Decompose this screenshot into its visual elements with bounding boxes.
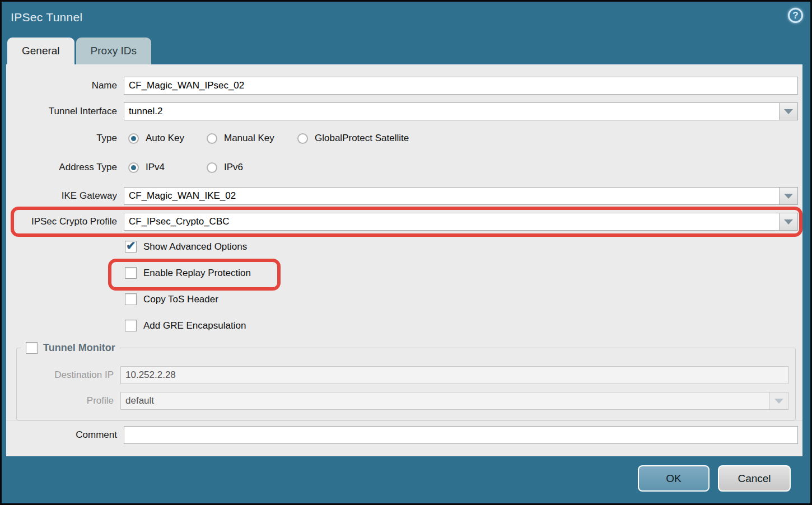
show-advanced-options-checkbox[interactable] xyxy=(125,241,137,252)
copy-tos-header-label: Copy ToS Header xyxy=(143,294,218,305)
copy-tos-header-checkbox[interactable] xyxy=(125,293,137,305)
radio-ipv4[interactable] xyxy=(128,162,139,173)
add-gre-encapsulation-label: Add GRE Encapsulation xyxy=(143,320,246,331)
ipsec-crypto-profile-row: IPSec Crypto Profile xyxy=(6,213,802,231)
ipsec-crypto-profile-label: IPSec Crypto Profile xyxy=(6,216,124,227)
name-label: Name xyxy=(6,80,124,91)
tunnel-interface-row: Tunnel Interface xyxy=(6,102,802,120)
enable-replay-protection-row[interactable]: Enable Replay Protection xyxy=(125,267,251,279)
add-gre-encapsulation-row[interactable]: Add GRE Encapsulation xyxy=(125,320,246,331)
profile-row: Profile xyxy=(17,392,795,410)
globalprotect-satellite-label: GlobalProtect Satellite xyxy=(315,133,409,144)
tab-general[interactable]: General xyxy=(7,38,74,64)
cancel-button[interactable]: Cancel xyxy=(718,465,791,492)
general-tab-panel: Name Tunnel Interface Type xyxy=(6,64,802,456)
ike-gateway-label: IKE Gateway xyxy=(6,190,124,202)
help-icon[interactable]: ? xyxy=(788,8,803,23)
radio-ipv6[interactable] xyxy=(207,162,217,173)
address-type-row: Address Type IPv4 IPv6 xyxy=(6,160,802,175)
name-input[interactable] xyxy=(124,77,798,95)
destination-ip-input xyxy=(120,366,788,384)
chevron-down-icon xyxy=(784,219,793,225)
tunnel-monitor-legend: Tunnel Monitor xyxy=(21,342,120,354)
chevron-down-icon xyxy=(784,194,793,199)
tunnel-monitor-section: Tunnel Monitor Destination IP Profile xyxy=(16,342,796,420)
profile-dropdown-button xyxy=(769,392,788,409)
copy-tos-header-row[interactable]: Copy ToS Header xyxy=(125,293,218,305)
type-option-auto-key[interactable]: Auto Key xyxy=(128,130,184,146)
ike-gateway-row: IKE Gateway xyxy=(6,187,802,205)
address-type-option-ipv6[interactable]: IPv6 xyxy=(207,160,243,175)
tunnel-monitor-checkbox[interactable] xyxy=(26,342,38,354)
radio-auto-key[interactable] xyxy=(128,133,139,144)
manual-key-label: Manual Key xyxy=(224,133,274,144)
radio-globalprotect-satellite[interactable] xyxy=(297,133,308,144)
chevron-down-icon xyxy=(774,399,783,404)
ok-button[interactable]: OK xyxy=(638,465,710,492)
radio-manual-key[interactable] xyxy=(207,133,217,144)
destination-ip-row: Destination IP xyxy=(17,366,795,384)
name-row: Name xyxy=(6,77,802,95)
type-label: Type xyxy=(6,133,124,144)
type-option-globalprotect-satellite[interactable]: GlobalProtect Satellite xyxy=(297,130,409,146)
chevron-down-icon xyxy=(784,109,793,114)
ipv6-label: IPv6 xyxy=(224,162,243,173)
ike-gateway-input[interactable] xyxy=(124,188,779,204)
address-type-label: Address Type xyxy=(6,162,124,173)
tunnel-interface-label: Tunnel Interface xyxy=(6,106,124,117)
address-type-option-ipv4[interactable]: IPv4 xyxy=(128,160,165,175)
tab-proxy-ids[interactable]: Proxy IDs xyxy=(76,38,151,64)
dialog-title: IPSec Tunnel xyxy=(11,11,83,24)
add-gre-encapsulation-checkbox[interactable] xyxy=(125,320,137,331)
ipsec-crypto-profile-dropdown-button[interactable] xyxy=(779,213,797,230)
profile-label: Profile xyxy=(17,395,120,406)
tunnel-monitor-label: Tunnel Monitor xyxy=(43,342,115,354)
ipsec-crypto-profile-input[interactable] xyxy=(124,213,779,230)
comment-label: Comment xyxy=(6,429,124,441)
comment-input[interactable] xyxy=(124,426,798,444)
destination-ip-label: Destination IP xyxy=(17,370,120,381)
tab-bar: General Proxy IDs xyxy=(7,38,151,64)
comment-row: Comment xyxy=(6,426,802,444)
enable-replay-protection-checkbox[interactable] xyxy=(125,267,137,279)
profile-input xyxy=(121,392,769,409)
tunnel-interface-input[interactable] xyxy=(124,103,779,120)
ike-gateway-dropdown-button[interactable] xyxy=(779,188,797,204)
ipv4-label: IPv4 xyxy=(146,162,165,173)
type-option-manual-key[interactable]: Manual Key xyxy=(207,130,274,146)
show-advanced-options-row[interactable]: Show Advanced Options xyxy=(125,241,247,252)
enable-replay-protection-label: Enable Replay Protection xyxy=(143,268,251,279)
show-advanced-options-label: Show Advanced Options xyxy=(143,241,247,252)
type-row: Type Auto Key Manual Key GlobalProtect S… xyxy=(6,130,802,146)
auto-key-label: Auto Key xyxy=(146,133,184,144)
section-divider xyxy=(6,420,802,421)
ipsec-tunnel-dialog: IPSec Tunnel ? General Proxy IDs Name Tu… xyxy=(0,0,812,505)
tunnel-interface-dropdown-button[interactable] xyxy=(779,103,797,120)
